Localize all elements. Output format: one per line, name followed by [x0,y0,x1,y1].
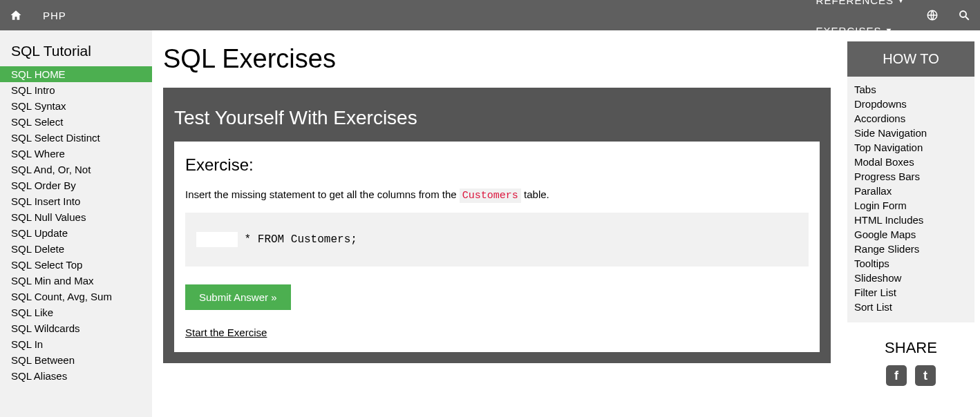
howto-filter-list[interactable]: Filter List [854,285,968,300]
nav-references[interactable]: REFERENCES▼ [805,0,916,15]
exercise-box: Exercise: Insert the missing statement t… [174,142,820,352]
home-icon[interactable] [0,0,32,30]
sidebar-item-sql-select-top[interactable]: SQL Select Top [0,257,152,273]
twitter-icon[interactable]: t [915,365,936,386]
svg-point-1 [960,11,966,17]
svg-line-2 [965,17,969,20]
section-title: Test Yourself With Exercises [174,99,820,142]
howto-range-sliders[interactable]: Range Sliders [854,242,968,256]
start-exercise-link[interactable]: Start the Exercise [185,327,267,338]
rightbar: HOW TO TabsDropdownsAccordionsSide Navig… [842,30,980,417]
howto-dropdowns[interactable]: Dropdowns [854,97,968,111]
main-content: SQL Exercises Test Yourself With Exercis… [152,30,842,417]
topnav-left: HTMLCSSJAVASCRIPTSQLPHPBOOTSTRAPHOW TOPY… [0,0,124,30]
answer-input[interactable] [196,232,238,247]
howto-modal-boxes[interactable]: Modal Boxes [854,155,968,169]
sidebar-item-sql-home[interactable]: SQL HOME [0,66,152,82]
share-icons: f t [847,365,974,386]
sidebar-item-sql-aliases[interactable]: SQL Aliases [0,368,152,384]
instruction-pre: Insert the missing statement to get all … [185,188,460,200]
sidebar-item-sql-update[interactable]: SQL Update [0,225,152,241]
code-after: * FROM Customers; [238,233,357,246]
sidebar-item-sql-delete[interactable]: SQL Delete [0,241,152,257]
sidebar-heading: SQL Tutorial [0,30,152,66]
sidebar-item-sql-min-and-max[interactable]: SQL Min and Max [0,273,152,289]
sidebar-item-sql-like[interactable]: SQL Like [0,304,152,320]
howto-progress-bars[interactable]: Progress Bars [854,169,968,184]
nav-php[interactable]: PHP [32,0,124,30]
exercise-instruction: Insert the missing statement to get all … [185,188,809,202]
howto-google-maps[interactable]: Google Maps [854,227,968,242]
chevron-down-icon: ▼ [897,0,905,4]
share-heading: SHARE [847,339,974,357]
instruction-post: table. [521,188,549,200]
sidebar-item-sql-in[interactable]: SQL In [0,336,152,352]
search-icon[interactable] [948,0,980,30]
topnav: HTMLCSSJAVASCRIPTSQLPHPBOOTSTRAPHOW TOPY… [0,0,980,30]
howto-login-form[interactable]: Login Form [854,198,968,213]
howto-html-includes[interactable]: HTML Includes [854,213,968,227]
sidebar-item-sql-wildcards[interactable]: SQL Wildcards [0,320,152,336]
howto-slideshow[interactable]: Slideshow [854,271,968,285]
sidebar-item-sql-count-avg-sum[interactable]: SQL Count, Avg, Sum [0,289,152,304]
howto-list: TabsDropdownsAccordionsSide NavigationTo… [847,77,974,322]
sidebar-item-sql-insert-into[interactable]: SQL Insert Into [0,193,152,209]
sidebar-item-sql-where[interactable]: SQL Where [0,146,152,162]
howto-parallax[interactable]: Parallax [854,184,968,198]
howto-accordions[interactable]: Accordions [854,111,968,126]
sidebar-item-sql-null-values[interactable]: SQL Null Values [0,209,152,225]
facebook-icon[interactable]: f [886,365,907,386]
sidebar-item-sql-and-or-not[interactable]: SQL And, Or, Not [0,162,152,177]
instruction-code: Customers [460,188,521,203]
sidebar-item-sql-syntax[interactable]: SQL Syntax [0,98,152,114]
howto-tooltips[interactable]: Tooltips [854,256,968,271]
layout: SQL Tutorial SQL HOMESQL IntroSQL Syntax… [0,30,980,417]
topnav-right: REFERENCES▼EXERCISES▼ [805,0,980,30]
sidebar-item-sql-intro[interactable]: SQL Intro [0,82,152,98]
sidebar-item-sql-between[interactable]: SQL Between [0,352,152,368]
globe-icon[interactable] [916,0,948,30]
howto-heading: HOW TO [847,41,974,77]
submit-button[interactable]: Submit Answer » [185,284,291,310]
howto-side-navigation[interactable]: Side Navigation [854,126,968,140]
code-block: * FROM Customers; [185,213,809,266]
howto-top-navigation[interactable]: Top Navigation [854,140,968,155]
sidebar-item-sql-select[interactable]: SQL Select [0,114,152,130]
howto-tabs[interactable]: Tabs [854,82,968,97]
sidebar: SQL Tutorial SQL HOMESQL IntroSQL Syntax… [0,30,152,417]
exercise-wrapper: Test Yourself With Exercises Exercise: I… [163,88,831,363]
sidebar-item-sql-select-distinct[interactable]: SQL Select Distinct [0,130,152,146]
exercise-label: Exercise: [185,155,809,175]
page-title: SQL Exercises [163,44,831,74]
sidebar-item-sql-order-by[interactable]: SQL Order By [0,177,152,193]
howto-sort-list[interactable]: Sort List [854,300,968,314]
